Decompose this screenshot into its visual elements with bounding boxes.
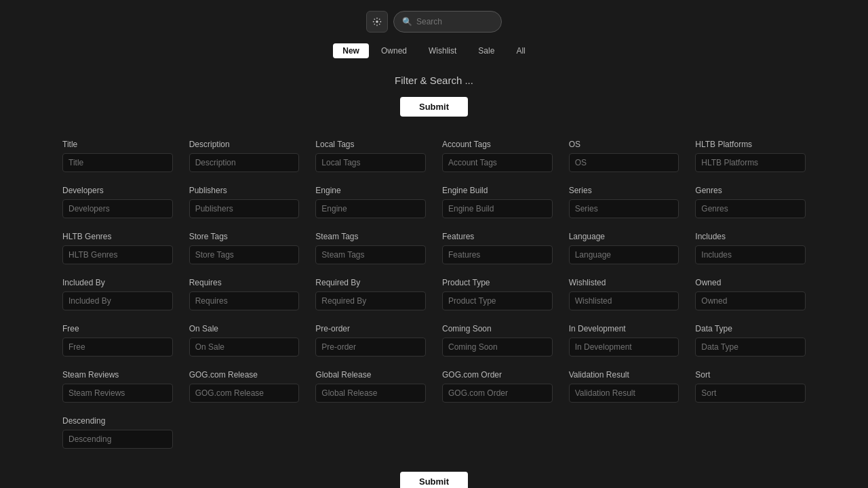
filter-label-publishers: Publishers: [189, 186, 300, 195]
submit-button-bottom[interactable]: Submit: [400, 472, 468, 488]
filter-cell-account-tags: Account Tags: [434, 133, 561, 179]
filter-input-account-tags[interactable]: [442, 153, 553, 172]
filter-cell-features: Features: [434, 225, 561, 271]
filter-label-in-development: In Development: [569, 324, 679, 333]
filter-label-on-sale: On Sale: [189, 324, 300, 333]
filter-cell-engine: Engine: [307, 179, 434, 225]
filter-cell-hltb-genres: HLTB Genres: [54, 225, 181, 271]
tab-wishlist[interactable]: Wishlist: [419, 43, 466, 58]
filter-label-steam-tags: Steam Tags: [315, 232, 426, 241]
filter-cell-wishlisted: Wishlisted: [561, 271, 688, 317]
filter-input-publishers[interactable]: [189, 199, 300, 218]
filter-cell-global-release: Global Release: [307, 363, 434, 409]
search-input[interactable]: [416, 17, 493, 26]
filter-input-required-by[interactable]: [315, 291, 426, 310]
filter-input-language[interactable]: [569, 245, 679, 264]
filter-label-wishlisted: Wishlisted: [569, 278, 679, 287]
filter-input-gogcom-order[interactable]: [442, 384, 553, 403]
filter-cell-steam-tags: Steam Tags: [307, 225, 434, 271]
filter-input-steam-reviews[interactable]: [62, 384, 173, 403]
filter-label-local-tags: Local Tags: [315, 140, 426, 149]
filter-label-included-by: Included By: [62, 278, 173, 287]
filter-input-description[interactable]: [189, 153, 300, 172]
filter-input-local-tags[interactable]: [315, 153, 426, 172]
svg-point-0: [376, 20, 378, 23]
filter-cell-descending: Descending: [54, 409, 181, 455]
filter-input-includes[interactable]: [695, 245, 806, 264]
filter-label-series: Series: [569, 186, 679, 195]
filter-cell-data-type: Data Type: [687, 317, 814, 363]
submit-button-top[interactable]: Submit: [400, 97, 468, 117]
filter-input-title[interactable]: [62, 153, 173, 172]
filter-label-descending: Descending: [62, 416, 173, 426]
filter-input-engine[interactable]: [315, 199, 426, 218]
filter-cell-engine-build: Engine Build: [434, 179, 561, 225]
filter-label-pre-order: Pre-order: [315, 324, 426, 333]
top-bar: 🔍: [0, 0, 868, 38]
filter-input-coming-soon[interactable]: [442, 338, 553, 357]
filter-label-owned: Owned: [695, 278, 806, 287]
filter-cell-in-development: In Development: [561, 317, 688, 363]
tab-sale[interactable]: Sale: [469, 43, 504, 58]
search-bar[interactable]: 🔍: [393, 11, 502, 33]
filter-input-product-type[interactable]: [442, 291, 553, 310]
filter-cell-pre-order: Pre-order: [307, 317, 434, 363]
filter-input-features[interactable]: [442, 245, 553, 264]
filter-cell-validation-result: Validation Result: [561, 363, 688, 409]
filter-label-developers: Developers: [62, 186, 173, 195]
filter-input-os[interactable]: [569, 153, 679, 172]
filter-input-owned[interactable]: [695, 291, 806, 310]
filter-input-hltb-platforms[interactable]: [695, 153, 806, 172]
filter-cell-included-by: Included By: [54, 271, 181, 317]
filter-label-required-by: Required By: [315, 278, 426, 287]
filter-heading: Filter & Search ...: [0, 69, 868, 97]
settings-icon-button[interactable]: [366, 11, 388, 33]
filter-label-data-type: Data Type: [695, 324, 806, 333]
filter-cell-free: Free: [54, 317, 181, 363]
tab-all[interactable]: All: [507, 43, 534, 58]
filter-cell-store-tags: Store Tags: [181, 225, 308, 271]
filter-input-validation-result[interactable]: [569, 384, 679, 403]
filter-input-global-release[interactable]: [315, 384, 426, 403]
filter-input-sort[interactable]: [695, 384, 806, 403]
filter-cell-steam-reviews: Steam Reviews: [54, 363, 181, 409]
filter-cell-gogcom-order: GOG.com Order: [434, 363, 561, 409]
filter-label-hltb-platforms: HLTB Platforms: [695, 140, 806, 149]
filter-label-gogcom-release: GOG.com Release: [189, 370, 300, 380]
filter-cell-coming-soon: Coming Soon: [434, 317, 561, 363]
filter-input-genres[interactable]: [695, 199, 806, 218]
tab-owned[interactable]: Owned: [372, 43, 416, 58]
filter-input-wishlisted[interactable]: [569, 291, 679, 310]
filter-input-series[interactable]: [569, 199, 679, 218]
filter-input-gogcom-release[interactable]: [189, 384, 300, 403]
filter-label-hltb-genres: HLTB Genres: [62, 232, 173, 241]
search-icon: 🔍: [402, 17, 412, 26]
filter-cell-developers: Developers: [54, 179, 181, 225]
filter-cell-product-type: Product Type: [434, 271, 561, 317]
filter-input-included-by[interactable]: [62, 291, 173, 310]
filter-input-on-sale[interactable]: [189, 338, 300, 357]
filter-cell-hltb-platforms: HLTB Platforms: [687, 133, 814, 179]
filter-input-requires[interactable]: [189, 291, 300, 310]
tab-new[interactable]: New: [333, 43, 369, 58]
filter-cell-series: Series: [561, 179, 688, 225]
filter-label-title: Title: [62, 140, 173, 149]
filter-input-pre-order[interactable]: [315, 338, 426, 357]
filter-input-free[interactable]: [62, 338, 173, 357]
filter-label-includes: Includes: [695, 232, 806, 241]
filter-cell-description: Description: [181, 133, 308, 179]
filter-input-store-tags[interactable]: [189, 245, 300, 264]
filter-label-gogcom-order: GOG.com Order: [442, 370, 553, 380]
filter-input-data-type[interactable]: [695, 338, 806, 357]
filter-input-in-development[interactable]: [569, 338, 679, 357]
filter-label-global-release: Global Release: [315, 370, 426, 380]
filter-input-developers[interactable]: [62, 199, 173, 218]
filter-label-requires: Requires: [189, 278, 300, 287]
filter-cell-owned: Owned: [687, 271, 814, 317]
filter-cell-includes: Includes: [687, 225, 814, 271]
filter-cell-genres: Genres: [687, 179, 814, 225]
filter-input-steam-tags[interactable]: [315, 245, 426, 264]
filter-input-hltb-genres[interactable]: [62, 245, 173, 264]
filter-input-engine-build[interactable]: [442, 199, 553, 218]
filter-input-descending[interactable]: [62, 430, 173, 449]
